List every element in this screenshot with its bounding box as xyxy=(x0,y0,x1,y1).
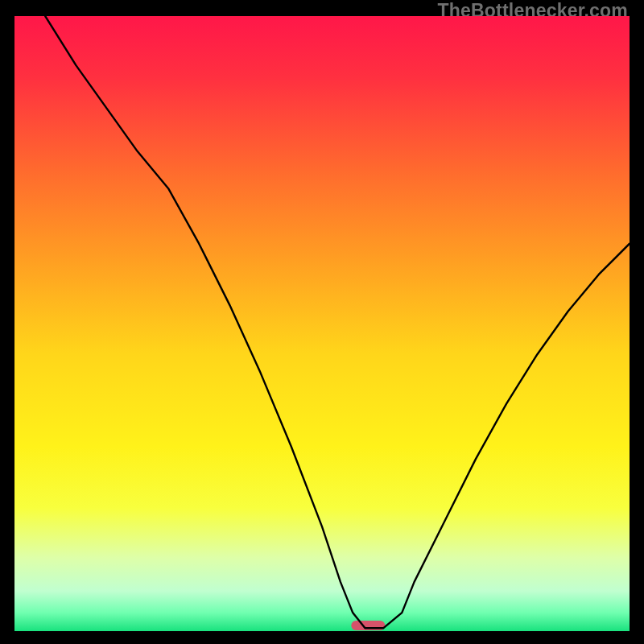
plot-area xyxy=(14,16,630,631)
chart-frame: TheBottlenecker.com xyxy=(0,0,644,644)
chart-svg xyxy=(14,16,630,631)
